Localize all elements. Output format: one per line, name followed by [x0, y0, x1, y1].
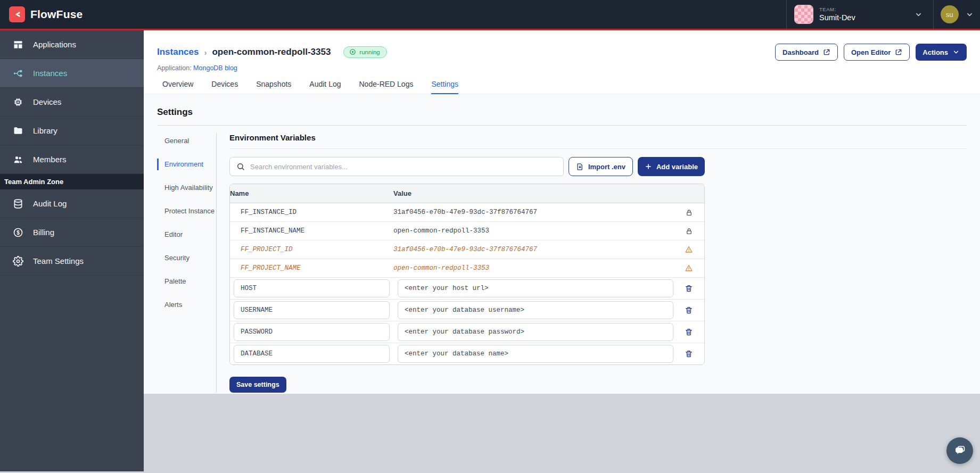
env-name-input[interactable] [234, 279, 390, 297]
sidebar-item-library[interactable]: Library [0, 117, 144, 145]
settings-nav-alerts[interactable]: Alerts [157, 299, 216, 311]
svg-text:$: $ [17, 229, 20, 235]
trash-icon [685, 350, 693, 358]
add-variable-button[interactable]: Add variable [638, 157, 705, 176]
search-input[interactable] [250, 163, 557, 171]
applications-icon [13, 39, 23, 50]
sidebar-item-label: Audit Log [33, 199, 67, 208]
breadcrumb: Instances › open-common-redpoll-3353 run… [157, 44, 967, 61]
save-settings-button[interactable]: Save settings [229, 377, 286, 393]
sidebar-item-billing[interactable]: $ Billing [0, 218, 144, 247]
search-box [229, 157, 564, 176]
running-status-icon [349, 48, 356, 55]
open-editor-button[interactable]: Open Editor [844, 44, 910, 61]
sidebar-item-applications[interactable]: Applications [0, 30, 144, 59]
delete-variable-button[interactable] [673, 328, 704, 336]
env-name-input[interactable] [234, 345, 390, 363]
table-row [230, 278, 704, 300]
table-row: FF_PROJECT_ID 31af0456-e70b-47e9-93dc-37… [230, 240, 704, 259]
settings-page-title: Settings [157, 94, 967, 126]
delete-variable-button[interactable] [673, 306, 704, 314]
trash-icon [685, 328, 693, 336]
tab-snapshots[interactable]: Snapshots [256, 80, 291, 95]
folder-icon [13, 126, 23, 136]
instance-name: open-common-redpoll-3353 [212, 47, 331, 57]
users-icon [13, 154, 23, 165]
chip-icon [13, 97, 23, 107]
gear-icon [13, 256, 23, 267]
trash-icon [685, 284, 693, 293]
env-variables-table: Name Value FF_INSTANCE_ID 31af0456-e70b-… [229, 184, 705, 365]
trash-icon [685, 306, 693, 314]
application-link[interactable]: MongoDB blog [193, 64, 237, 72]
tab-audit-log[interactable]: Audit Log [309, 80, 341, 95]
sidebar-item-members[interactable]: Members [0, 145, 144, 174]
flowfuse-brand[interactable]: FlowFuse [0, 0, 92, 29]
chat-bubbles-icon [953, 444, 967, 458]
tab-node-red-logs[interactable]: Node-RED Logs [359, 80, 414, 95]
team-avatar [794, 5, 813, 24]
env-value-input[interactable] [398, 279, 673, 297]
flowfuse-logo-icon [9, 6, 25, 22]
chevron-down-icon [952, 48, 960, 56]
tab-overview[interactable]: Overview [162, 80, 193, 95]
team-selector[interactable]: TEAM: Sumit-Dev [786, 0, 933, 29]
warning-icon [673, 264, 704, 272]
warning-icon [673, 245, 704, 254]
env-value-input[interactable] [398, 301, 673, 319]
table-row: FF_PROJECT_NAME open-common-redpoll-3353 [230, 259, 704, 278]
import-env-button[interactable]: Import .env [569, 157, 633, 176]
column-header-name: Name [230, 184, 393, 203]
sidebar-item-team-settings[interactable]: Team Settings [0, 247, 144, 276]
settings-nav-environment[interactable]: Environment [157, 159, 216, 170]
chevron-down-icon [915, 11, 923, 19]
settings-nav-high-availability[interactable]: High Availability [157, 182, 216, 194]
environment-variables-title: Environment Variables [229, 133, 967, 149]
column-header-value: Value [393, 184, 673, 203]
chat-widget-button[interactable] [946, 437, 973, 464]
chevron-down-icon [966, 11, 974, 19]
settings-nav-general[interactable]: General [157, 135, 216, 147]
table-row [230, 343, 704, 364]
external-link-icon [895, 48, 902, 56]
settings-nav-protect-instance[interactable]: Protect Instance [157, 205, 216, 217]
instance-header: Instances › open-common-redpoll-3353 run… [144, 30, 980, 94]
lock-icon [673, 209, 704, 217]
top-navbar: FlowFuse TEAM: Sumit-Dev su [0, 0, 980, 30]
settings-subnav: General Environment High Availability Pr… [157, 133, 217, 393]
sidebar-item-label: Team Settings [33, 256, 84, 265]
team-admin-zone-label: Team Admin Zone [0, 174, 144, 189]
sidebar-item-label: Devices [33, 97, 61, 106]
sidebar-item-label: Applications [33, 40, 76, 49]
delete-variable-button[interactable] [673, 350, 704, 358]
sidebar-item-label: Library [33, 126, 57, 135]
actions-button[interactable]: Actions [916, 44, 967, 61]
env-value-input[interactable] [398, 345, 673, 363]
lock-icon [673, 227, 704, 235]
delete-variable-button[interactable] [673, 284, 704, 293]
settings-nav-palette[interactable]: Palette [157, 276, 216, 287]
tab-settings[interactable]: Settings [431, 80, 458, 95]
status-badge: running [343, 46, 386, 58]
dashboard-button[interactable]: Dashboard [775, 44, 838, 61]
table-row: FF_INSTANCE_ID 31af0456-e70b-47e9-93dc-3… [230, 203, 704, 222]
sidebar-item-label: Instances [33, 69, 67, 78]
table-header: Name Value [230, 184, 704, 203]
sidebar-item-audit-log[interactable]: Audit Log [0, 189, 144, 218]
external-link-icon [823, 48, 830, 56]
application-label: Application: [157, 64, 192, 72]
breadcrumb-instances-link[interactable]: Instances [157, 47, 199, 57]
settings-nav-editor[interactable]: Editor [157, 229, 216, 240]
env-value-input[interactable] [398, 323, 673, 341]
brand-name: FlowFuse [30, 8, 83, 21]
dollar-icon: $ [13, 227, 23, 238]
sidebar-item-instances[interactable]: Instances [0, 59, 144, 88]
sidebar-item-label: Billing [33, 228, 54, 237]
settings-nav-security[interactable]: Security [157, 252, 216, 264]
tab-devices[interactable]: Devices [211, 80, 238, 95]
env-name-input[interactable] [234, 301, 390, 319]
sidebar-item-devices[interactable]: Devices [0, 88, 144, 117]
env-name-input[interactable] [234, 323, 390, 341]
instance-tabs: Overview Devices Snapshots Audit Log Nod… [157, 80, 967, 95]
user-menu[interactable]: su [933, 0, 980, 29]
